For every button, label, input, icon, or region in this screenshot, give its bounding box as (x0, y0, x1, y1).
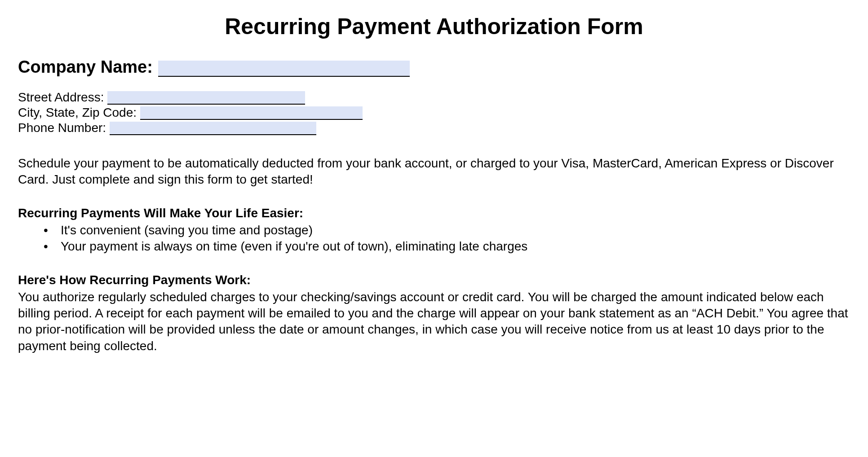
company-name-input[interactable] (158, 61, 410, 77)
intro-paragraph: Schedule your payment to be automaticall… (18, 155, 850, 188)
benefits-heading: Recurring Payments Will Make Your Life E… (18, 206, 850, 220)
company-name-row: Company Name: (18, 57, 850, 77)
phone-number-row: Phone Number: (18, 121, 850, 135)
how-it-works-paragraph: You authorize regularly scheduled charge… (18, 289, 850, 355)
benefits-list: It's convenient (saving you time and pos… (18, 222, 850, 255)
form-title: Recurring Payment Authorization Form (18, 13, 850, 40)
street-address-input[interactable] (107, 91, 305, 105)
city-state-zip-row: City, State, Zip Code: (18, 105, 850, 120)
address-block: Street Address: City, State, Zip Code: P… (18, 90, 850, 135)
phone-number-label: Phone Number: (18, 121, 106, 135)
company-name-label: Company Name: (18, 57, 153, 77)
list-item: Your payment is always on time (even if … (61, 238, 850, 255)
list-item: It's convenient (saving you time and pos… (61, 222, 850, 238)
street-address-label: Street Address: (18, 90, 104, 105)
how-it-works-heading: Here's How Recurring Payments Work: (18, 273, 850, 287)
phone-number-input[interactable] (110, 122, 316, 135)
city-state-zip-input[interactable] (140, 106, 363, 120)
city-state-zip-label: City, State, Zip Code: (18, 105, 137, 120)
street-address-row: Street Address: (18, 90, 850, 105)
